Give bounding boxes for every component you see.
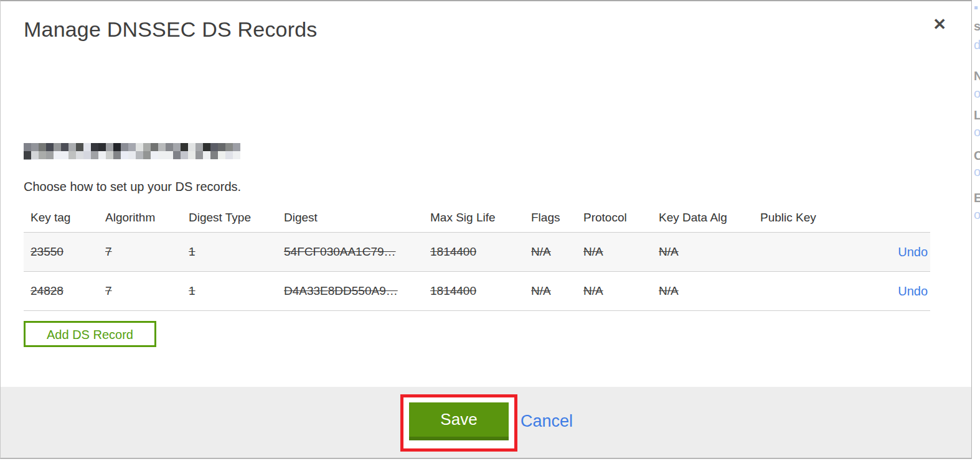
cell-protocol: N/A <box>577 272 652 311</box>
save-button[interactable]: Save <box>409 402 509 440</box>
redaction-pixel <box>24 151 31 159</box>
redaction-pixel <box>158 151 166 159</box>
redaction-pixel <box>233 143 240 151</box>
redaction-pixel <box>76 143 83 151</box>
table-row: 24828 7 1 D4A33E8DD550A9… 1814400 N/A N/… <box>24 272 930 311</box>
redaction-pixel <box>218 143 225 151</box>
cell-flags: N/A <box>524 233 577 272</box>
background-text-fragment: o <box>974 87 980 100</box>
column-header: Digest <box>277 205 423 233</box>
redaction-pixel <box>91 151 98 159</box>
modal-footer: Save Cancel <box>1 387 971 458</box>
background-text-fragment: C <box>974 149 980 162</box>
redaction-pixel <box>98 151 106 159</box>
redaction-pixel <box>188 143 196 151</box>
background-text-fragment: s <box>974 20 980 32</box>
cell-public-key <box>753 233 868 272</box>
ds-records-table: Key tagAlgorithmDigest TypeDigestMax Sig… <box>24 205 930 311</box>
redaction-pixel <box>196 151 203 159</box>
redaction-pixel <box>151 151 158 159</box>
column-header: Protocol <box>577 205 652 233</box>
cell-digest-type: 1 <box>182 272 277 311</box>
redaction-pixel <box>173 143 181 151</box>
redaction-pixel <box>98 143 106 151</box>
undo-link[interactable]: Undo <box>898 284 928 298</box>
cell-key-tag: 24828 <box>24 272 98 311</box>
cell-digest-type: 1 <box>182 233 277 272</box>
redaction-pixel <box>143 143 151 151</box>
cell-max-sig-life: 1814400 <box>423 233 524 272</box>
manage-dnssec-modal: Manage DNSSEC DS Records ✕ Choose how to… <box>0 0 972 459</box>
ds-table-body: 23550 7 1 54FCF030AA1C79… 1814400 N/A N/… <box>24 233 930 311</box>
column-header: Digest Type <box>182 205 277 233</box>
background-text-fragment: ▪ <box>974 1 978 14</box>
redacted-domain-name <box>24 143 244 160</box>
redaction-pixel <box>166 143 173 151</box>
cell-digest: 54FCF030AA1C79… <box>277 233 423 272</box>
background-text-fragment: o <box>974 208 980 221</box>
table-header-row: Key tagAlgorithmDigest TypeDigestMax Sig… <box>24 205 930 233</box>
cell-flags: N/A <box>524 272 577 311</box>
redaction-pixel <box>233 151 240 159</box>
redaction-pixel <box>113 151 121 159</box>
redaction-pixel <box>225 143 233 151</box>
redaction-pixel <box>158 143 166 151</box>
redaction-pixel <box>31 159 39 160</box>
redaction-pixel <box>46 151 54 159</box>
redaction-pixel <box>39 143 46 151</box>
background-text-fragment: o <box>974 126 980 138</box>
redaction-pixel <box>106 151 113 159</box>
table-row: 23550 7 1 54FCF030AA1C79… 1814400 N/A N/… <box>24 233 930 272</box>
background-text-fragment: N <box>974 70 980 82</box>
redaction-pixel <box>210 143 218 151</box>
redaction-pixel <box>24 159 31 160</box>
background-text-fragment: E <box>974 192 980 204</box>
cell-digest: D4A33E8DD550A9… <box>277 272 423 311</box>
cell-max-sig-life: 1814400 <box>423 272 524 311</box>
undo-link[interactable]: Undo <box>898 245 928 259</box>
column-header: Algorithm <box>98 205 182 233</box>
redaction-pixel <box>39 151 46 159</box>
redaction-pixel <box>68 151 76 159</box>
column-header: Flags <box>524 205 577 233</box>
redaction-pixel <box>121 143 128 151</box>
redaction-pixel <box>106 143 113 151</box>
redaction-pixel <box>31 143 39 151</box>
background-page-sliver: ▪sdNoLoCoEo <box>973 0 980 464</box>
redaction-pixel <box>181 143 188 151</box>
redaction-pixel <box>54 151 61 159</box>
cell-protocol: N/A <box>577 233 652 272</box>
redaction-pixel <box>218 151 225 159</box>
redaction-pixel <box>173 151 181 159</box>
cell-key-data-alg: N/A <box>652 233 753 272</box>
redaction-pixel <box>203 151 210 159</box>
close-icon[interactable]: ✕ <box>933 16 946 32</box>
redaction-pixel <box>181 151 188 159</box>
redaction-pixel <box>61 151 68 159</box>
add-ds-record-button[interactable]: Add DS Record <box>24 321 156 347</box>
redaction-pixel <box>24 143 31 151</box>
cancel-button[interactable]: Cancel <box>521 412 573 431</box>
cell-algorithm: 7 <box>98 272 182 311</box>
redaction-pixel <box>128 151 136 159</box>
redaction-pixel <box>83 151 91 159</box>
redaction-pixel <box>61 143 68 151</box>
cell-algorithm: 7 <box>98 233 182 272</box>
background-text-fragment: o <box>974 165 980 178</box>
redaction-pixel <box>91 143 98 151</box>
redaction-pixel <box>166 151 173 159</box>
column-header: Key Data Alg <box>652 205 753 233</box>
column-header: Public Key <box>753 205 868 233</box>
page-title: Manage DNSSEC DS Records <box>24 17 318 42</box>
redaction-pixel <box>76 151 83 159</box>
background-text-fragment: d <box>974 39 980 51</box>
save-annotation-box: Save <box>400 394 517 452</box>
column-header: Max Sig Life <box>423 205 524 233</box>
redaction-pixel <box>54 143 61 151</box>
redaction-pixel <box>151 143 158 151</box>
cell-key-data-alg: N/A <box>652 272 753 311</box>
column-header: Key tag <box>24 205 98 233</box>
redaction-pixel <box>136 151 143 159</box>
redaction-pixel <box>225 151 233 159</box>
redaction-pixel <box>31 151 39 159</box>
